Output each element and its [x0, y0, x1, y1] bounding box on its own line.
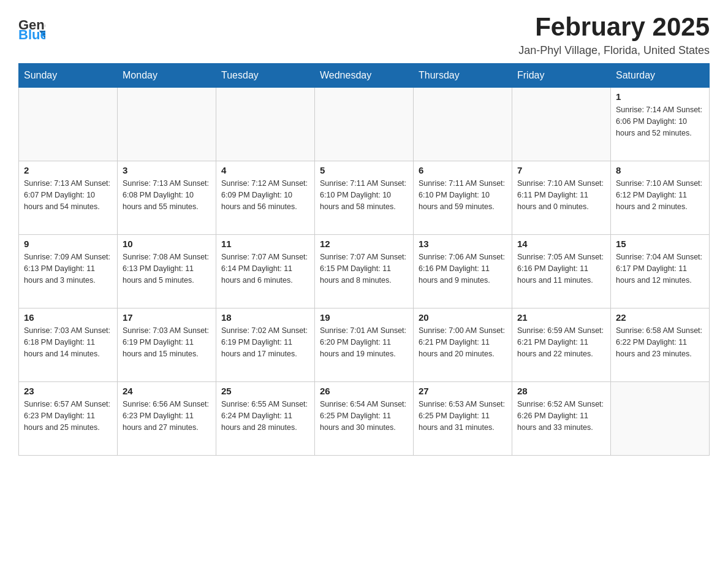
calendar-cell: 13Sunrise: 7:06 AM Sunset: 6:16 PM Dayli… [414, 235, 512, 308]
calendar-cell: 15Sunrise: 7:04 AM Sunset: 6:17 PM Dayli… [611, 235, 710, 308]
day-info: Sunrise: 6:56 AM Sunset: 6:23 PM Dayligh… [123, 399, 211, 433]
month-title: February 2025 [518, 12, 710, 42]
calendar-cell: 16Sunrise: 7:03 AM Sunset: 6:18 PM Dayli… [19, 308, 118, 382]
calendar-header-row: Sunday Monday Tuesday Wednesday Thursday… [19, 64, 710, 88]
day-number: 17 [123, 312, 211, 323]
day-number: 8 [616, 165, 704, 175]
day-info: Sunrise: 7:13 AM Sunset: 6:07 PM Dayligh… [24, 178, 112, 212]
day-info: Sunrise: 7:13 AM Sunset: 6:08 PM Dayligh… [123, 178, 211, 212]
day-info: Sunrise: 7:05 AM Sunset: 6:16 PM Dayligh… [517, 251, 605, 286]
calendar-cell [611, 382, 710, 456]
day-info: Sunrise: 7:11 AM Sunset: 6:10 PM Dayligh… [320, 178, 408, 212]
logo-icon: General Blue [18, 12, 45, 39]
day-number: 28 [517, 386, 605, 396]
day-info: Sunrise: 7:09 AM Sunset: 6:13 PM Dayligh… [24, 251, 112, 286]
day-number: 21 [517, 312, 605, 323]
calendar-cell: 24Sunrise: 6:56 AM Sunset: 6:23 PM Dayli… [118, 382, 216, 456]
page-header: General Blue February 2025 Jan-Phyl Vill… [18, 12, 710, 57]
col-tuesday: Tuesday [216, 64, 315, 88]
calendar-cell: 3Sunrise: 7:13 AM Sunset: 6:08 PM Daylig… [118, 161, 216, 235]
col-saturday: Saturday [611, 64, 710, 88]
day-info: Sunrise: 7:14 AM Sunset: 6:06 PM Dayligh… [616, 104, 704, 139]
col-thursday: Thursday [414, 64, 512, 88]
day-number: 14 [517, 239, 605, 249]
calendar-cell: 27Sunrise: 6:53 AM Sunset: 6:25 PM Dayli… [414, 382, 512, 456]
col-friday: Friday [512, 64, 611, 88]
day-number: 13 [419, 239, 507, 249]
calendar-cell [315, 88, 414, 161]
day-number: 18 [221, 312, 309, 323]
day-number: 12 [320, 239, 408, 249]
calendar-cell: 10Sunrise: 7:08 AM Sunset: 6:13 PM Dayli… [118, 235, 216, 308]
day-number: 26 [320, 386, 408, 396]
calendar-cell: 19Sunrise: 7:01 AM Sunset: 6:20 PM Dayli… [315, 308, 414, 382]
calendar-cell [414, 88, 512, 161]
col-monday: Monday [118, 64, 216, 88]
day-info: Sunrise: 6:53 AM Sunset: 6:25 PM Dayligh… [419, 399, 507, 433]
calendar-cell: 4Sunrise: 7:12 AM Sunset: 6:09 PM Daylig… [216, 161, 315, 235]
day-info: Sunrise: 6:57 AM Sunset: 6:23 PM Dayligh… [24, 399, 112, 433]
day-number: 25 [221, 386, 309, 396]
calendar-cell: 20Sunrise: 7:00 AM Sunset: 6:21 PM Dayli… [414, 308, 512, 382]
day-number: 19 [320, 312, 408, 323]
day-number: 22 [616, 312, 704, 323]
day-number: 7 [517, 165, 605, 175]
day-info: Sunrise: 7:04 AM Sunset: 6:17 PM Dayligh… [616, 251, 704, 286]
calendar-cell: 5Sunrise: 7:11 AM Sunset: 6:10 PM Daylig… [315, 161, 414, 235]
logo: General Blue [18, 12, 48, 39]
svg-text:Blue: Blue [18, 27, 45, 39]
day-number: 10 [123, 239, 211, 249]
day-info: Sunrise: 6:54 AM Sunset: 6:25 PM Dayligh… [320, 399, 408, 433]
calendar-week-row: 1Sunrise: 7:14 AM Sunset: 6:06 PM Daylig… [19, 88, 710, 161]
day-number: 11 [221, 239, 309, 249]
day-info: Sunrise: 6:55 AM Sunset: 6:24 PM Dayligh… [221, 399, 309, 433]
col-wednesday: Wednesday [315, 64, 414, 88]
day-info: Sunrise: 7:10 AM Sunset: 6:12 PM Dayligh… [616, 178, 704, 212]
calendar-week-row: 23Sunrise: 6:57 AM Sunset: 6:23 PM Dayli… [19, 382, 710, 456]
day-number: 5 [320, 165, 408, 175]
day-info: Sunrise: 6:58 AM Sunset: 6:22 PM Dayligh… [616, 325, 704, 359]
day-info: Sunrise: 7:03 AM Sunset: 6:18 PM Dayligh… [24, 325, 112, 359]
day-number: 2 [24, 165, 112, 175]
calendar-cell: 25Sunrise: 6:55 AM Sunset: 6:24 PM Dayli… [216, 382, 315, 456]
calendar-week-row: 9Sunrise: 7:09 AM Sunset: 6:13 PM Daylig… [19, 235, 710, 308]
day-info: Sunrise: 7:06 AM Sunset: 6:16 PM Dayligh… [419, 251, 507, 286]
day-number: 24 [123, 386, 211, 396]
day-number: 6 [419, 165, 507, 175]
calendar-cell: 26Sunrise: 6:54 AM Sunset: 6:25 PM Dayli… [315, 382, 414, 456]
calendar-cell: 21Sunrise: 6:59 AM Sunset: 6:21 PM Dayli… [512, 308, 611, 382]
calendar-cell: 28Sunrise: 6:52 AM Sunset: 6:26 PM Dayli… [512, 382, 611, 456]
day-info: Sunrise: 7:11 AM Sunset: 6:10 PM Dayligh… [419, 178, 507, 212]
calendar-cell: 8Sunrise: 7:10 AM Sunset: 6:12 PM Daylig… [611, 161, 710, 235]
day-number: 16 [24, 312, 112, 323]
day-info: Sunrise: 7:12 AM Sunset: 6:09 PM Dayligh… [221, 178, 309, 212]
calendar-cell: 9Sunrise: 7:09 AM Sunset: 6:13 PM Daylig… [19, 235, 118, 308]
day-info: Sunrise: 6:59 AM Sunset: 6:21 PM Dayligh… [517, 325, 605, 359]
day-number: 4 [221, 165, 309, 175]
calendar-cell: 18Sunrise: 7:02 AM Sunset: 6:19 PM Dayli… [216, 308, 315, 382]
calendar-cell [19, 88, 118, 161]
col-sunday: Sunday [19, 64, 118, 88]
day-number: 9 [24, 239, 112, 249]
day-info: Sunrise: 6:52 AM Sunset: 6:26 PM Dayligh… [517, 399, 605, 433]
day-number: 23 [24, 386, 112, 396]
day-info: Sunrise: 7:10 AM Sunset: 6:11 PM Dayligh… [517, 178, 605, 212]
calendar-cell: 2Sunrise: 7:13 AM Sunset: 6:07 PM Daylig… [19, 161, 118, 235]
day-info: Sunrise: 7:07 AM Sunset: 6:15 PM Dayligh… [320, 251, 408, 286]
calendar-cell: 22Sunrise: 6:58 AM Sunset: 6:22 PM Dayli… [611, 308, 710, 382]
calendar-cell [512, 88, 611, 161]
day-info: Sunrise: 7:03 AM Sunset: 6:19 PM Dayligh… [123, 325, 211, 359]
day-info: Sunrise: 7:07 AM Sunset: 6:14 PM Dayligh… [221, 251, 309, 286]
day-number: 3 [123, 165, 211, 175]
calendar-table: Sunday Monday Tuesday Wednesday Thursday… [18, 63, 710, 456]
calendar-cell: 6Sunrise: 7:11 AM Sunset: 6:10 PM Daylig… [414, 161, 512, 235]
title-block: February 2025 Jan-Phyl Village, Florida,… [518, 12, 710, 57]
calendar-cell: 23Sunrise: 6:57 AM Sunset: 6:23 PM Dayli… [19, 382, 118, 456]
day-info: Sunrise: 7:00 AM Sunset: 6:21 PM Dayligh… [419, 325, 507, 359]
calendar-week-row: 16Sunrise: 7:03 AM Sunset: 6:18 PM Dayli… [19, 308, 710, 382]
calendar-cell: 1Sunrise: 7:14 AM Sunset: 6:06 PM Daylig… [611, 88, 710, 161]
calendar-cell: 14Sunrise: 7:05 AM Sunset: 6:16 PM Dayli… [512, 235, 611, 308]
day-number: 20 [419, 312, 507, 323]
day-info: Sunrise: 7:08 AM Sunset: 6:13 PM Dayligh… [123, 251, 211, 286]
calendar-week-row: 2Sunrise: 7:13 AM Sunset: 6:07 PM Daylig… [19, 161, 710, 235]
